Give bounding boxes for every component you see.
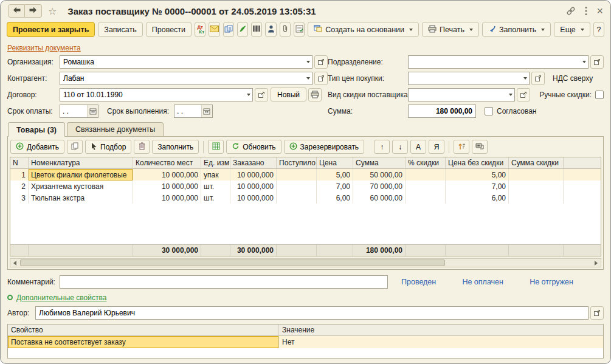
fill-table-button[interactable]: Заполнить	[152, 140, 199, 154]
cell-price[interactable]: 5,00	[317, 169, 353, 180]
add-row-button[interactable]: Добавить	[10, 140, 64, 154]
cell-nomenclature[interactable]: Цветок фиалки фиолетовые	[29, 169, 133, 180]
discount-kind-open-button[interactable]	[517, 88, 530, 101]
pick-button[interactable]: Подбор	[85, 140, 131, 154]
cell-sum[interactable]: 60 000,00	[353, 192, 406, 204]
organization-open-button[interactable]	[314, 55, 328, 69]
cell-price[interactable]: 7,00	[317, 180, 353, 192]
cell-price-no-discount[interactable]: 5,00	[446, 169, 509, 180]
scrollbar-thumb[interactable]	[20, 259, 445, 266]
cell-discount-pct[interactable]	[406, 180, 446, 192]
property-value-cell[interactable]: Нет	[279, 336, 603, 348]
write-button[interactable]: Записать	[98, 22, 142, 37]
cell-nomenclature[interactable]: Тюльпан экстра	[29, 192, 133, 204]
sort-asc-button[interactable]: А	[410, 140, 426, 154]
property-row[interactable]: Поставка не соответствует заказу Нет	[8, 336, 603, 348]
cell-discount-pct[interactable]	[406, 192, 446, 204]
close-icon[interactable]: ×	[596, 7, 603, 15]
attachments-button[interactable]	[280, 22, 291, 37]
print-button[interactable]: Печать	[422, 22, 479, 37]
kebab-menu-icon[interactable]	[585, 6, 587, 16]
cell-sum[interactable]: 70 000,00	[353, 180, 406, 192]
counterparty-input[interactable]	[60, 72, 302, 84]
price-type-open-button[interactable]	[531, 72, 545, 85]
cell-places-qty[interactable]: 10 000,000	[133, 192, 201, 204]
barcode-scanner-button[interactable]	[472, 140, 488, 154]
price-type-input[interactable]	[409, 72, 519, 84]
refresh-button[interactable]: Обновить	[226, 140, 281, 154]
horizontal-scrollbar[interactable]	[10, 258, 601, 267]
post-button[interactable]: Провести	[146, 22, 192, 37]
table-row[interactable]: 2 Хризантема кустовая 10 000,000 шт. 10 …	[10, 180, 601, 192]
cell-discount-sum[interactable]	[509, 192, 564, 204]
back-button[interactable]	[8, 4, 25, 18]
get-link-icon[interactable]	[566, 6, 576, 16]
cell-price-no-discount[interactable]: 7,00	[446, 180, 509, 192]
contract-input[interactable]	[60, 89, 243, 101]
comment-input[interactable]	[60, 275, 388, 289]
discount-kind-input[interactable]	[409, 89, 505, 101]
cell-places-qty[interactable]: 10 000,000	[133, 180, 201, 192]
cell-price[interactable]: 6,00	[317, 192, 353, 204]
sort-order-button[interactable]	[454, 140, 469, 154]
cell-discount-sum[interactable]	[509, 169, 564, 180]
cell-unit[interactable]: упак	[201, 169, 230, 180]
create-based-on-button[interactable]: Создать на основании	[308, 22, 419, 37]
cell-received[interactable]	[277, 192, 317, 204]
scroll-left-arrow[interactable]	[10, 259, 19, 267]
cell-unit[interactable]: шт.	[201, 180, 230, 192]
tab-goods[interactable]: Товары (3)	[8, 122, 65, 137]
contract-dropdown-icon[interactable]	[243, 89, 252, 101]
cell-discount-pct[interactable]	[406, 169, 446, 180]
move-down-button[interactable]: ↓	[392, 140, 408, 154]
organization-input[interactable]	[60, 56, 302, 68]
fill-button[interactable]: Заполнить	[482, 22, 551, 37]
counterparty-open-button[interactable]	[314, 72, 328, 85]
cell-nomenclature[interactable]: Хризантема кустовая	[29, 180, 133, 192]
sum-input[interactable]	[408, 105, 476, 118]
cell-ordered[interactable]: 10 000,000	[230, 180, 277, 192]
cell-ordered[interactable]: 10 000,000	[230, 169, 277, 180]
status-shipment[interactable]: Не отгружен	[530, 278, 573, 286]
cell-places-qty[interactable]: 10 000,000	[133, 169, 201, 180]
more-button[interactable]: Еще	[554, 22, 590, 37]
reserve-button[interactable]: Зарезервировать	[284, 140, 365, 154]
help-button[interactable]: ?	[593, 22, 604, 37]
cell-received[interactable]	[277, 169, 317, 180]
payment-term-calendar-button[interactable]	[87, 105, 98, 117]
additional-properties-link[interactable]: Дополнительные свойства	[16, 294, 106, 302]
cell-ordered[interactable]: 10 000,000	[230, 192, 277, 204]
author-input[interactable]	[35, 306, 589, 320]
cell-received[interactable]	[277, 180, 317, 192]
delete-row-button[interactable]	[134, 140, 150, 154]
collapse-circle-icon[interactable]	[7, 295, 13, 300]
organization-dropdown-icon[interactable]	[302, 56, 312, 68]
contract-open-button[interactable]	[255, 88, 268, 101]
price-type-dropdown-icon[interactable]	[519, 72, 529, 84]
edit-table-button[interactable]	[208, 140, 224, 154]
accounting-entries-button[interactable]: ДтКт	[195, 22, 205, 37]
email-button[interactable]	[209, 22, 219, 37]
scroll-right-arrow[interactable]	[592, 259, 601, 267]
post-and-close-button[interactable]: Провести и закрыть	[7, 22, 95, 37]
execution-term-calendar-button[interactable]	[201, 105, 212, 117]
approved-checkbox[interactable]	[485, 107, 493, 115]
execution-term-input[interactable]	[174, 105, 201, 117]
property-name-cell[interactable]: Поставка не соответствует заказу	[8, 336, 279, 348]
cell-sum[interactable]: 50 000,00	[353, 169, 406, 180]
cell-unit[interactable]: шт.	[201, 192, 230, 204]
barcode-button[interactable]	[251, 22, 262, 37]
tasks-button[interactable]	[294, 22, 305, 37]
cell-line-number[interactable]: 3	[10, 192, 29, 204]
table-row[interactable]: 1 Цветок фиалки фиолетовые 10 000,000 уп…	[10, 169, 601, 180]
contract-new-button[interactable]: Новый	[271, 88, 306, 101]
cell-line-number[interactable]: 1	[10, 169, 29, 180]
status-payment[interactable]: Не оплачен	[462, 278, 503, 286]
signature-button[interactable]	[237, 22, 248, 37]
cell-discount-sum[interactable]	[509, 180, 564, 192]
payment-term-input[interactable]	[60, 105, 87, 117]
copy-row-button[interactable]	[67, 140, 83, 154]
table-row[interactable]: 3 Тюльпан экстра 10 000,000 шт. 10 000,0…	[10, 192, 601, 204]
cell-price-no-discount[interactable]: 6,00	[446, 192, 509, 204]
favorite-star-icon[interactable]: ☆	[48, 5, 57, 17]
